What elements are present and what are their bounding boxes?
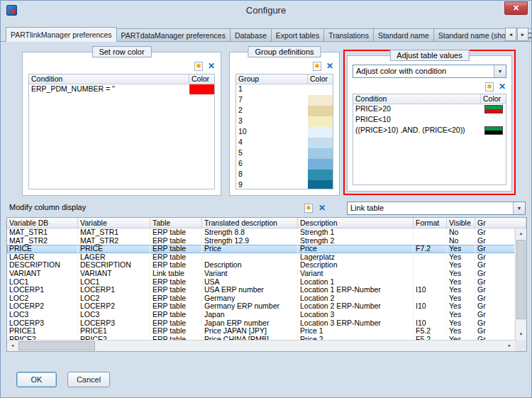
scroll-down-icon[interactable]: ▼ bbox=[516, 329, 526, 340]
scroll-left-icon[interactable]: ◄ bbox=[7, 341, 18, 351]
table-cell: ERP table bbox=[150, 286, 202, 294]
table-cell: ERP table bbox=[150, 294, 202, 303]
title-bar[interactable]: Configure ✕ bbox=[1, 1, 531, 21]
column-header-color[interactable]: Color bbox=[308, 74, 333, 84]
tab-translations[interactable]: Translations bbox=[324, 28, 374, 42]
column-header-condition[interactable]: Condition bbox=[353, 94, 481, 104]
column-header-condition[interactable]: Condition bbox=[29, 74, 189, 84]
set-row-color-row[interactable]: ERP_PDM_NUMBER = '' bbox=[29, 84, 214, 94]
tab-database[interactable]: Database bbox=[231, 28, 272, 42]
group-color-swatch bbox=[308, 159, 333, 170]
group-number-cell: 8 bbox=[236, 170, 308, 180]
table-cell: Strength 1 bbox=[298, 228, 414, 237]
tab-partlinkmanager-preferences[interactable]: PARTlinkManager preferences bbox=[6, 27, 117, 42]
table-cell: LAGER bbox=[7, 253, 78, 262]
group-row-10[interactable]: 10 bbox=[236, 127, 333, 138]
table-cell bbox=[414, 294, 447, 303]
adjust-condition-row[interactable]: PRICE>20 bbox=[353, 104, 506, 115]
table-cell: No bbox=[447, 237, 475, 245]
column-header-format[interactable]: Format bbox=[414, 218, 447, 228]
group-row-8[interactable]: 8 bbox=[236, 170, 333, 180]
scroll-up-icon[interactable]: ▲ bbox=[516, 228, 526, 239]
table-cell: Gr bbox=[475, 327, 515, 336]
table-row-description[interactable]: DESCRIPTIONDESCRIPTIONERP tableDescripti… bbox=[7, 261, 515, 270]
horizontal-scrollbar-thumb[interactable] bbox=[18, 341, 95, 350]
condition-cell: ERP_PDM_NUMBER = '' bbox=[29, 84, 189, 94]
tab-scroll-left-button[interactable]: ◄ bbox=[505, 28, 516, 41]
table-cell: USA ERP number bbox=[202, 286, 298, 294]
group-number-cell: 10 bbox=[236, 127, 308, 138]
column-header-visible[interactable]: Visible bbox=[447, 218, 475, 228]
group-row-3[interactable]: 3 bbox=[236, 116, 333, 127]
set-row-color-rows: ERP_PDM_NUMBER = '' bbox=[29, 84, 214, 94]
table-cell: Gr bbox=[475, 270, 515, 278]
table-row-price[interactable]: PRICEPRICEERP tablePricePriceF7.2YesGr bbox=[7, 245, 515, 253]
table-cell: Strength 12.9 bbox=[202, 237, 298, 245]
table-cell: Gr bbox=[475, 237, 515, 245]
scroll-right-icon[interactable]: ► bbox=[504, 341, 515, 351]
new-condition-icon[interactable]: ✱ bbox=[194, 62, 203, 71]
table-row-mat-str2[interactable]: MAT_STR2MAT_STR2ERP tableStrength 12.9St… bbox=[7, 237, 515, 245]
tab-partdatamanager-preferences[interactable]: PARTdataManager preferences bbox=[117, 28, 231, 42]
group-row-5[interactable]: 5 bbox=[236, 148, 333, 159]
adjust-mode-dropdown[interactable]: Adjust color with condition ▼ bbox=[353, 65, 506, 78]
table-cell: DESCRIPTION bbox=[7, 261, 78, 270]
table-row-mat-str1[interactable]: MAT_STR1MAT_STR1ERP tableStrength 8.8Str… bbox=[7, 228, 515, 237]
group-row-4[interactable]: 4 bbox=[236, 138, 333, 148]
column-header-variable[interactable]: Variable bbox=[78, 218, 150, 228]
table-cell: Yes bbox=[447, 311, 475, 319]
horizontal-scrollbar[interactable]: ◄ ► bbox=[7, 340, 515, 351]
table-row-locerp3[interactable]: LOCERP3LOCERP3ERP tableJapan ERP numberL… bbox=[7, 319, 515, 328]
table-cell: ERP table bbox=[150, 311, 202, 319]
delete-condition-icon[interactable]: ✕ bbox=[208, 62, 215, 71]
table-row-variant[interactable]: VARIANTVARIANTLink tableVariantVariantYe… bbox=[7, 270, 515, 278]
close-button[interactable]: ✕ bbox=[504, 1, 528, 15]
adjust-condition-row[interactable]: ((PRICE>10) .AND. (PRICE<20)) bbox=[353, 126, 506, 136]
group-row-2[interactable]: 2 bbox=[236, 106, 333, 116]
table-cell: Strength 8.8 bbox=[202, 228, 298, 237]
dropdown-arrow-icon[interactable]: ▼ bbox=[513, 202, 525, 214]
column-header-variable-db[interactable]: Variable DB bbox=[7, 218, 78, 228]
new-adjust-condition-icon[interactable]: ✱ bbox=[485, 82, 494, 92]
table-cell: ERP table bbox=[150, 302, 202, 311]
table-row-price1[interactable]: PRICE1PRICE1ERP tablePrice JAPAN [JPY]Pr… bbox=[7, 327, 515, 336]
group-row-9[interactable]: 9 bbox=[236, 180, 333, 189]
table-row-locerp1[interactable]: LOCERP1LOCERP1ERP tableUSA ERP numberLoc… bbox=[7, 286, 515, 294]
new-group-icon[interactable]: ✱ bbox=[313, 62, 321, 71]
column-header-color[interactable]: Color bbox=[189, 74, 214, 84]
table-row-loc2[interactable]: LOC2LOC2ERP tableGermanyLocation 2YesGr bbox=[7, 294, 515, 303]
cancel-button[interactable]: Cancel bbox=[67, 372, 110, 387]
column-header-color[interactable]: Color bbox=[481, 94, 506, 104]
column-header-group[interactable]: Group bbox=[236, 74, 308, 84]
column-header-gr[interactable]: Gr bbox=[475, 218, 526, 228]
table-row-locerp2[interactable]: LOCERP2LOCERP2ERP tableGermany ERP numbe… bbox=[7, 302, 515, 311]
tab-standard-name[interactable]: Standard name bbox=[374, 28, 434, 42]
vertical-scrollbar-thumb[interactable] bbox=[516, 240, 526, 319]
new-column-icon[interactable]: ✱ bbox=[304, 204, 313, 213]
delete-column-icon[interactable]: ✕ bbox=[318, 204, 326, 213]
dropdown-arrow-icon[interactable]: ▼ bbox=[494, 65, 506, 77]
table-cell: LOCERP2 bbox=[78, 302, 150, 311]
table-cell: LOC2 bbox=[78, 294, 150, 303]
group-row-7[interactable]: 7 bbox=[236, 95, 333, 106]
group-row-6[interactable]: 6 bbox=[236, 159, 333, 170]
tab-export-tables[interactable]: Export tables bbox=[272, 28, 324, 42]
table-cell: Yes bbox=[447, 294, 475, 303]
column-header-translated-description[interactable]: Translated description bbox=[202, 218, 298, 228]
vertical-scrollbar[interactable]: ▲ ▼ bbox=[515, 228, 526, 340]
table-select-dropdown[interactable]: Link table ▼ bbox=[347, 201, 526, 215]
delete-group-icon[interactable]: ✕ bbox=[326, 62, 333, 71]
column-header-description[interactable]: Description bbox=[298, 218, 414, 228]
delete-adjust-condition-icon[interactable]: ✕ bbox=[499, 82, 506, 92]
table-row-loc1[interactable]: LOC1LOC1ERP tableUSALocation 1YesGr bbox=[7, 278, 515, 287]
adjust-condition-row[interactable]: PRICE<10 bbox=[353, 115, 506, 126]
group-definitions-rows: 17231045689 bbox=[236, 84, 333, 189]
table-row-lager[interactable]: LAGERLAGERERP tableLagerplatzYesGr bbox=[7, 253, 515, 262]
group-row-1[interactable]: 1 bbox=[236, 84, 333, 95]
table-row-loc3[interactable]: LOC3LOC3ERP tableJapanLocation 3YesGr bbox=[7, 311, 515, 319]
tab-scroll-right-button[interactable]: ► bbox=[517, 28, 528, 41]
column-header-table[interactable]: Table bbox=[150, 218, 202, 228]
ok-button[interactable]: OK bbox=[16, 372, 57, 387]
adjust-table-values-highlight: Adjust table values Adjust color with co… bbox=[343, 50, 516, 195]
table-cell bbox=[414, 311, 447, 319]
